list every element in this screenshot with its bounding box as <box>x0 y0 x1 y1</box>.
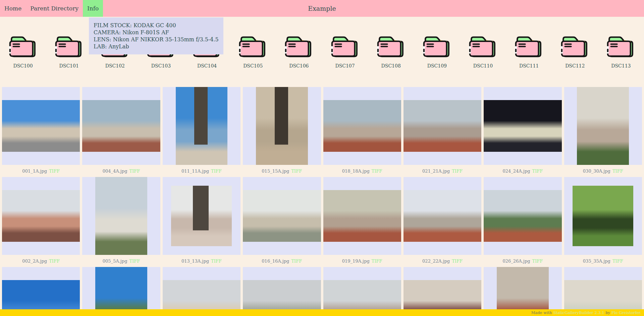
builder-link[interactable]: StaticGalleryBuilder 2.3.1 <box>553 310 604 315</box>
photo-thumbnail-030_30A.jpg[interactable] <box>564 87 642 165</box>
tiff-link[interactable]: TIFF <box>612 169 623 174</box>
photo-thumbnail-018_18A.jpg[interactable] <box>323 87 401 165</box>
photo-filename-link[interactable]: 005_5A.jpg <box>103 259 127 264</box>
photo-filename-link[interactable]: 021_21A.jpg <box>422 169 450 174</box>
photo-image <box>404 100 481 152</box>
photo-thumbnail-001_1A.jpg[interactable] <box>2 87 80 165</box>
nav-item-info[interactable]: Info <box>83 0 103 17</box>
photo-filename-link[interactable]: 015_15A.jpg <box>262 169 289 174</box>
gallery-item <box>243 267 321 316</box>
photo-thumbnail[interactable] <box>484 267 561 316</box>
photo-thumbnail-016_16A.jpg[interactable] <box>243 177 321 255</box>
tiff-link[interactable]: TIFF <box>129 169 140 174</box>
photo-image <box>404 190 481 242</box>
photo-thumbnail-019_19A.jpg[interactable] <box>323 177 401 255</box>
photo-thumbnail-004_4A.jpg[interactable] <box>82 87 160 165</box>
tiff-link[interactable]: TIFF <box>452 259 463 264</box>
author-link[interactable]: Flo Greistorfer <box>611 310 640 315</box>
tiff-link[interactable]: TIFF <box>291 259 302 264</box>
photo-filename-link[interactable]: 022_22A.jpg <box>422 259 450 264</box>
photo-filename-link[interactable]: 013_13A.jpg <box>181 259 209 264</box>
photo-filename-link[interactable]: 035_35A.jpg <box>583 259 610 264</box>
photo-thumbnail-011_11A.jpg[interactable] <box>163 87 240 165</box>
folder-item-dsc112[interactable]: DSC112 <box>552 34 598 69</box>
folder-icon <box>237 34 268 59</box>
photo-filename-link[interactable]: 018_18A.jpg <box>342 169 370 174</box>
photo-thumbnail[interactable] <box>323 267 401 316</box>
nav-items: HomeParent DirectoryInfo <box>0 0 103 17</box>
photo-filename-link[interactable]: 001_1A.jpg <box>22 169 47 174</box>
gallery-item <box>163 267 240 316</box>
photo-thumbnail-021_21A.jpg[interactable] <box>404 87 481 165</box>
photo-thumbnail[interactable] <box>564 267 642 316</box>
folder-icon <box>330 34 361 59</box>
tiff-link[interactable]: TIFF <box>612 259 623 264</box>
photo-thumbnail-013_13A.jpg[interactable] <box>163 177 240 255</box>
photo-filename-link[interactable]: 011_11A.jpg <box>181 169 209 174</box>
photo-thumbnail[interactable] <box>404 267 481 316</box>
photo-thumbnail-026_26A.jpg[interactable] <box>484 177 561 255</box>
tiff-link[interactable]: TIFF <box>129 259 140 264</box>
tiff-link[interactable]: TIFF <box>372 259 382 264</box>
gallery-item: 022_22A.jpgTIFF <box>404 177 481 267</box>
photo-thumbnail[interactable] <box>82 267 160 316</box>
photo-filename-link[interactable]: 026_26A.jpg <box>502 259 530 264</box>
photo-filename-link[interactable]: 030_30A.jpg <box>583 169 610 174</box>
photo-caption: 022_22A.jpgTIFF <box>404 255 481 267</box>
tiff-link[interactable]: TIFF <box>291 169 302 174</box>
photo-thumbnail-035_35A.jpg[interactable] <box>564 177 642 255</box>
tiff-link[interactable]: TIFF <box>211 169 222 174</box>
nav-item-home[interactable]: Home <box>0 0 26 17</box>
folder-icon <box>8 34 39 59</box>
photo-caption: 026_26A.jpgTIFF <box>484 255 561 267</box>
photo-filename-link[interactable]: 024_24A.jpg <box>502 169 530 174</box>
photo-thumbnail[interactable] <box>2 267 80 316</box>
folder-item-dsc110[interactable]: DSC110 <box>460 34 506 69</box>
nav-item-parent-directory[interactable]: Parent Directory <box>26 0 83 17</box>
tiff-link[interactable]: TIFF <box>532 259 543 264</box>
gallery-item: 030_30A.jpgTIFF <box>564 87 642 177</box>
photo-filename-link[interactable]: 004_4A.jpg <box>103 169 127 174</box>
info-panel: FILM STOCK: KODAK GC 400CAMERA: Nikon F-… <box>89 17 223 54</box>
photo-filename-link[interactable]: 002_2A.jpg <box>22 259 47 264</box>
tiff-link[interactable]: TIFF <box>372 169 382 174</box>
photo-caption: 001_1A.jpgTIFF <box>2 165 80 177</box>
tiff-link[interactable]: TIFF <box>211 259 222 264</box>
photo-thumbnail[interactable] <box>163 267 240 316</box>
folder-icon <box>605 34 636 59</box>
photo-thumbnail[interactable] <box>243 267 321 316</box>
gallery-item: 016_16A.jpgTIFF <box>243 177 321 267</box>
photo-image <box>95 267 147 316</box>
folder-item-dsc113[interactable]: DSC113 <box>598 34 644 69</box>
tiff-link[interactable]: TIFF <box>49 259 60 264</box>
folder-label: DSC104 <box>197 63 217 69</box>
tiff-link[interactable]: TIFF <box>452 169 463 174</box>
photo-image <box>2 190 80 242</box>
folder-item-dsc100[interactable]: DSC100 <box>0 34 46 69</box>
photo-thumbnail-015_15A.jpg[interactable] <box>243 87 321 165</box>
photo-thumbnail-022_22A.jpg[interactable] <box>404 177 481 255</box>
photo-caption: 011_11A.jpgTIFF <box>163 165 240 177</box>
folder-label: DSC109 <box>427 63 447 69</box>
photo-image <box>323 100 401 152</box>
gallery-item: 021_21A.jpgTIFF <box>404 87 481 177</box>
folder-item-dsc109[interactable]: DSC109 <box>414 34 460 69</box>
photo-filename-link[interactable]: 019_19A.jpg <box>342 259 370 264</box>
folder-item-dsc106[interactable]: DSC106 <box>276 34 322 69</box>
photo-filename-link[interactable]: 016_16A.jpg <box>262 259 289 264</box>
photo-image <box>573 186 633 246</box>
folder-item-dsc105[interactable]: DSC105 <box>230 34 276 69</box>
gallery-item <box>404 267 481 316</box>
tiff-link[interactable]: TIFF <box>49 169 60 174</box>
folder-item-dsc108[interactable]: DSC108 <box>368 34 414 69</box>
folder-item-dsc107[interactable]: DSC107 <box>322 34 368 69</box>
photo-caption: 030_30A.jpgTIFF <box>564 165 642 177</box>
photo-thumbnail-005_5A.jpg[interactable] <box>82 177 160 255</box>
folder-item-dsc111[interactable]: DSC111 <box>506 34 552 69</box>
folder-item-dsc101[interactable]: DSC101 <box>46 34 92 69</box>
photo-thumbnail-024_24A.jpg[interactable] <box>484 87 561 165</box>
photo-image <box>577 87 629 165</box>
photo-thumbnail-002_2A.jpg[interactable] <box>2 177 80 255</box>
tiff-link[interactable]: TIFF <box>532 169 543 174</box>
info-line: CAMERA: Nikon F-801S AF <box>94 29 219 36</box>
